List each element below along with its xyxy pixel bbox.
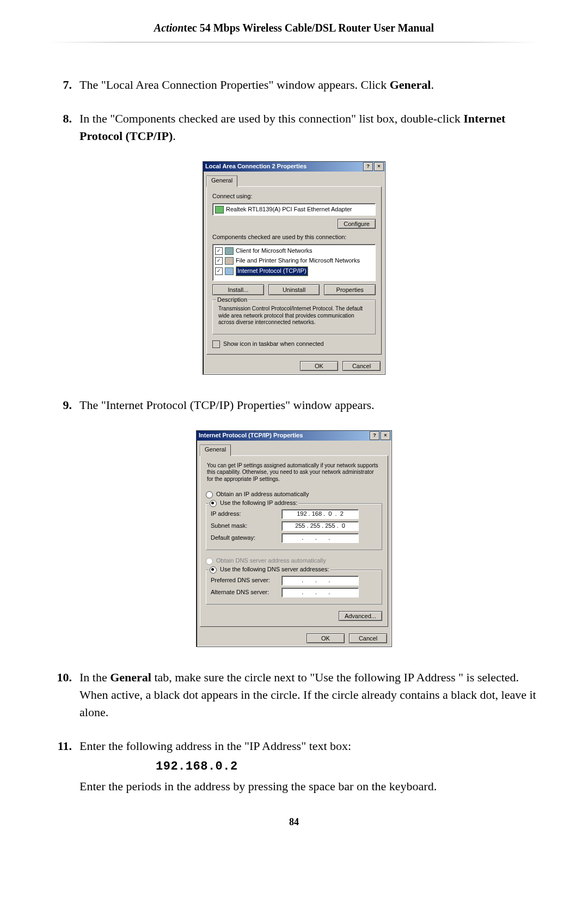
bold-text: General xyxy=(390,78,431,91)
text: Enter the periods in the address by pres… xyxy=(79,778,539,795)
radio-icon xyxy=(206,558,213,565)
help-icon[interactable]: ? xyxy=(363,162,373,171)
lan-properties-dialog: Local Area Connection 2 Properties ? × G… xyxy=(203,161,385,375)
step-number: 7. xyxy=(49,76,79,94)
step-body: Enter the following address in the "IP A… xyxy=(79,737,539,795)
ip-address-label: IP address: xyxy=(211,510,281,518)
header-rule xyxy=(49,42,539,42)
cancel-button[interactable]: Cancel xyxy=(342,361,381,371)
text: In the xyxy=(79,670,110,684)
step-number: 8. xyxy=(49,110,79,145)
components-listbox[interactable]: ✓ Client for Microsoft Networks ✓ File a… xyxy=(212,244,376,281)
text: . xyxy=(431,78,434,91)
dns-group: Use the following DNS server addresses: … xyxy=(206,570,382,605)
properties-button[interactable]: Properties xyxy=(324,284,376,295)
alternate-dns-input[interactable]: . . . xyxy=(281,588,359,597)
ip-address-row: IP address: 192 . 168 . 0 . 2 xyxy=(211,509,377,519)
intro-text: You can get IP settings assigned automat… xyxy=(206,461,382,486)
advanced-row: Advanced... xyxy=(206,611,382,621)
item-label: Client for Microsoft Networks xyxy=(236,247,313,255)
bold-text: General xyxy=(110,670,151,684)
step-8: 8. In the "Components checked are used b… xyxy=(49,110,539,145)
tab-general[interactable]: General xyxy=(206,175,237,187)
item-label-selected: Internet Protocol (TCP/IP) xyxy=(236,266,308,276)
printer-icon xyxy=(225,257,234,265)
text: Enter the following address in the "IP A… xyxy=(79,739,351,753)
checkbox-icon[interactable]: ✓ xyxy=(215,247,223,255)
preferred-dns-row: Preferred DNS server: . . . xyxy=(211,576,377,585)
adapter-field: Realtek RTL8139(A) PCI Fast Ethernet Ada… xyxy=(212,203,376,216)
adapter-name: Realtek RTL8139(A) PCI Fast Ethernet Ada… xyxy=(226,206,352,212)
cancel-button[interactable]: Cancel xyxy=(349,633,387,643)
show-icon-row: Show icon in taskbar when connected xyxy=(212,340,376,349)
dialog-buttons: OK Cancel xyxy=(197,630,391,646)
text: In the "Components checked are used by t… xyxy=(79,112,463,125)
step-body: The "Internet Protocol (TCP/IP) Properti… xyxy=(79,396,539,414)
tab-general[interactable]: General xyxy=(200,444,231,456)
subnet-input[interactable]: 255 . 255 . 255 . 0 xyxy=(281,521,359,531)
protocol-icon xyxy=(225,267,234,275)
show-icon-label: Show icon in taskbar when connected xyxy=(223,340,324,349)
tab-panel: You can get IP settings assigned automat… xyxy=(200,455,388,627)
alternate-dns-row: Alternate DNS server: . . . xyxy=(211,588,377,597)
title-bar: Local Area Connection 2 Properties ? × xyxy=(203,162,385,172)
page-header: Actiontec 54 Mbps Wireless Cable/DSL Rou… xyxy=(49,22,539,49)
step-number: 11. xyxy=(49,737,79,795)
checkbox-icon[interactable]: ✓ xyxy=(215,257,223,265)
brand-rest: tec 54 Mbps Wireless Cable/DSL Router Us… xyxy=(183,22,434,34)
step-10: 10. In the General tab, make sure the ci… xyxy=(49,669,539,721)
text: The "Local Area Connection Properties" w… xyxy=(79,78,390,91)
group-title: Description xyxy=(216,296,248,304)
connect-using-label: Connect using: xyxy=(212,192,376,201)
radio-label: Use the following IP address: xyxy=(220,499,297,506)
subnet-row: Subnet mask: 255 . 255 . 255 . 0 xyxy=(211,521,377,531)
radio-row-use-ip[interactable]: Use the following IP address: xyxy=(209,499,298,508)
brand-italic: Action xyxy=(154,22,183,34)
ok-button[interactable]: OK xyxy=(300,361,338,371)
item-label: File and Printer Sharing for Microsoft N… xyxy=(236,257,360,265)
install-button[interactable]: Install... xyxy=(212,284,264,295)
description-text: Transmission Control Protocol/Internet P… xyxy=(217,304,371,330)
help-icon[interactable]: ? xyxy=(370,431,379,440)
radio-icon[interactable] xyxy=(206,491,213,498)
gateway-input[interactable]: . . . xyxy=(281,533,359,543)
radio-icon[interactable] xyxy=(210,566,217,574)
step-number: 10. xyxy=(49,669,79,721)
close-icon[interactable]: × xyxy=(374,162,384,171)
configure-button[interactable]: Configure xyxy=(338,219,376,229)
list-item[interactable]: ✓ File and Printer Sharing for Microsoft… xyxy=(215,256,373,266)
subnet-label: Subnet mask: xyxy=(211,522,281,530)
ok-button[interactable]: OK xyxy=(307,633,345,643)
preferred-dns-label: Preferred DNS server: xyxy=(211,576,281,585)
radio-icon[interactable] xyxy=(210,500,217,507)
component-buttons: Install... Uninstall Properties xyxy=(212,284,376,295)
ip-literal: 192.168.0.2 xyxy=(156,760,238,773)
radio-row-use-dns[interactable]: Use the following DNS server addresses: xyxy=(209,565,330,574)
dialog-buttons: OK Cancel xyxy=(203,358,385,374)
step-number: 9. xyxy=(49,396,79,414)
checkbox-icon[interactable]: ✓ xyxy=(215,267,223,275)
list-item[interactable]: ✓ Internet Protocol (TCP/IP) xyxy=(215,266,373,277)
step-body: In the General tab, make sure the circle… xyxy=(79,669,539,721)
tab-strip: General xyxy=(197,441,391,455)
manual-page: Actiontec 54 Mbps Wireless Cable/DSL Rou… xyxy=(0,0,588,850)
step-body: The "Local Area Connection Properties" w… xyxy=(79,76,539,94)
step-7: 7. The "Local Area Connection Properties… xyxy=(49,76,539,94)
text: . xyxy=(173,129,176,143)
ip-address-input[interactable]: 192 . 168 . 0 . 2 xyxy=(281,509,359,519)
uninstall-button[interactable]: Uninstall xyxy=(268,284,320,295)
checkbox-icon[interactable] xyxy=(212,340,220,348)
page-number: 84 xyxy=(49,816,539,828)
client-icon xyxy=(225,247,234,255)
advanced-button[interactable]: Advanced... xyxy=(339,611,382,621)
radio-label: Use the following DNS server addresses: xyxy=(220,566,329,572)
list-item[interactable]: ✓ Client for Microsoft Networks xyxy=(215,246,373,256)
window-title: Internet Protocol (TCP/IP) Properties xyxy=(199,431,303,440)
tcpip-properties-dialog: Internet Protocol (TCP/IP) Properties ? … xyxy=(196,430,392,647)
step-body: In the "Components checked are used by t… xyxy=(79,110,539,145)
close-icon[interactable]: × xyxy=(381,431,390,440)
alternate-dns-label: Alternate DNS server: xyxy=(211,588,281,597)
preferred-dns-input[interactable]: . . . xyxy=(281,576,359,585)
radio-row-obtain-ip[interactable]: Obtain an IP address automatically xyxy=(206,490,382,499)
title-bar: Internet Protocol (TCP/IP) Properties ? … xyxy=(197,431,391,441)
